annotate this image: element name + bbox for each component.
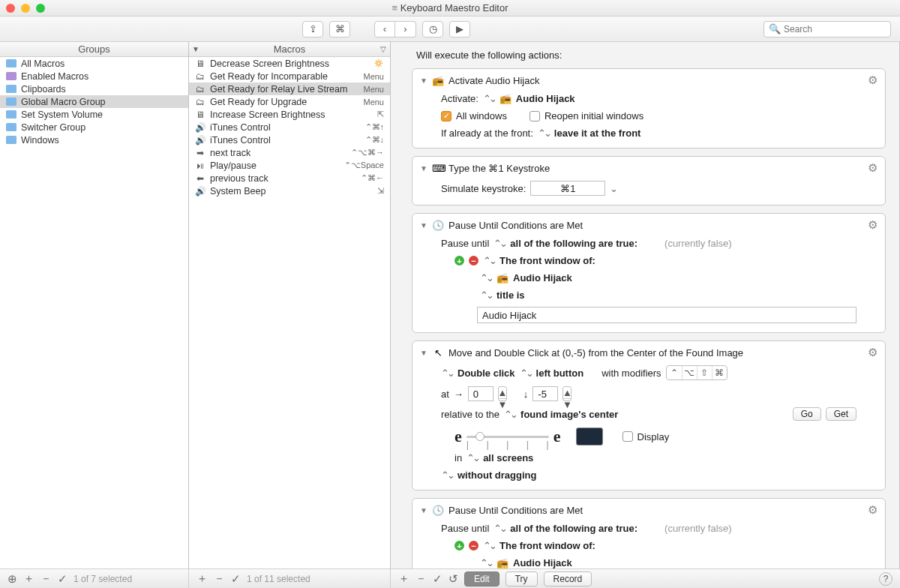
title-field[interactable]: Audio Hijack	[477, 307, 856, 323]
try-button[interactable]: Try	[506, 572, 538, 586]
share-button[interactable]: ⇪	[302, 21, 323, 38]
app-chooser[interactable]: ⌃⌄	[480, 557, 492, 568]
group-item[interactable]: Enabled Macros	[0, 70, 188, 82]
modifier-segment[interactable]: ⌃⌥⇧⌘	[666, 365, 728, 380]
button-chooser[interactable]: ⌃⌄	[520, 368, 532, 379]
pause-mode-chooser[interactable]: ⌃⌄	[494, 523, 506, 534]
search-icon: 🔍	[769, 23, 781, 34]
drag-chooser[interactable]: ⌃⌄	[441, 470, 453, 481]
add-action-button[interactable]: ＋	[398, 572, 410, 586]
at-label: at	[441, 388, 449, 400]
macro-item[interactable]: 🗂Get Ready for IncomparableMenu	[189, 70, 390, 82]
disclosure-icon[interactable]: ▼	[420, 221, 428, 230]
remove-condition-button[interactable]: −	[469, 256, 478, 266]
macro-item[interactable]: 🖥Increase Screen Brightness⇱	[189, 108, 390, 121]
remove-macro-button[interactable]: －	[214, 572, 225, 586]
group-item[interactable]: Set System Volume	[0, 108, 188, 121]
macro-item[interactable]: 🗂Get Ready for Relay Live StreamMenu	[189, 82, 390, 95]
front-value: leave it at the front	[554, 128, 641, 139]
history-button[interactable]: ↺	[448, 572, 458, 586]
condition-type-chooser[interactable]: ⌃⌄	[483, 540, 495, 551]
run-button[interactable]: ▶	[449, 21, 470, 38]
search-field[interactable]: 🔍	[764, 21, 891, 38]
disclosure-icon[interactable]: ▼	[420, 76, 428, 85]
click-type-chooser[interactable]: ⌃⌄	[441, 368, 453, 379]
gear-icon[interactable]: ⚙	[868, 161, 878, 175]
macro-item[interactable]: 🖥Decrease Screen Brightness🔅	[189, 57, 390, 70]
add-condition-button[interactable]: +	[454, 541, 464, 550]
group-item[interactable]: Switcher Group	[0, 121, 188, 134]
macro-item[interactable]: 🗂Get Ready for UpgradeMenu	[189, 95, 390, 108]
display-checkbox[interactable]	[622, 431, 633, 442]
image-well[interactable]	[576, 428, 603, 446]
get-button[interactable]: Get	[826, 407, 856, 421]
gear-icon[interactable]: ⚙	[868, 218, 878, 232]
add-macro-button[interactable]: ＋	[196, 572, 208, 586]
remove-condition-button[interactable]: −	[469, 541, 478, 550]
add-condition-button[interactable]: +	[454, 256, 464, 266]
x-stepper[interactable]: ▲▼	[498, 386, 507, 401]
macros-header[interactable]: ▼ Macros ▽	[189, 42, 390, 57]
screen-chooser[interactable]: ⌃⌄	[466, 452, 478, 464]
go-button[interactable]: Go	[793, 407, 821, 421]
remove-group-button[interactable]: －	[40, 572, 52, 586]
group-item[interactable]: Windows	[0, 134, 188, 146]
groups-view-button[interactable]: ⊕	[8, 572, 17, 586]
enable-group-button[interactable]: ✓	[58, 572, 68, 586]
recent-button[interactable]: ◷	[422, 21, 443, 38]
macro-item[interactable]: ⏯Play/pause⌃⌥Space	[189, 159, 390, 172]
macro-item[interactable]: 🔊System Beep⇲	[189, 184, 390, 197]
edit-button[interactable]: Edit	[464, 572, 500, 586]
search-input[interactable]	[784, 24, 886, 34]
x-field[interactable]: 0	[468, 386, 494, 401]
app-chooser[interactable]: ⌃⌄	[483, 93, 495, 104]
macro-item[interactable]: 🔊iTunes Control⌃⌘↑	[189, 121, 390, 134]
enable-action-button[interactable]: ✓	[433, 572, 442, 586]
reopen-windows-checkbox[interactable]	[530, 111, 540, 122]
match-chooser[interactable]: ⌃⌄	[480, 290, 492, 301]
app-chooser[interactable]: ⌃⌄	[480, 272, 492, 284]
macro-item[interactable]: ⬅previous track⌃⌘←	[189, 172, 390, 184]
back-button[interactable]: ‹	[374, 21, 395, 38]
help-button[interactable]: ?	[879, 572, 892, 586]
groups-pane: Groups All MacrosEnabled MacrosClipboard…	[0, 42, 189, 568]
gear-icon[interactable]: ⚙	[868, 74, 878, 87]
sort-desc-icon[interactable]: ▼	[189, 45, 202, 53]
pause-mode: all of the following are true:	[510, 523, 638, 534]
folder-icon	[6, 98, 16, 106]
keystroke-field[interactable]: ⌘1	[530, 181, 605, 196]
disclosure-icon[interactable]: ▼	[420, 164, 428, 172]
disclosure-icon[interactable]: ▼	[420, 349, 428, 357]
macro-icon: 🖥	[195, 110, 206, 120]
add-group-button[interactable]: ＋	[23, 572, 34, 586]
forward-button[interactable]: ›	[395, 21, 416, 38]
condition-type-chooser[interactable]: ⌃⌄	[483, 255, 495, 266]
gear-icon[interactable]: ⚙	[868, 503, 878, 517]
front-chooser[interactable]: ⌃⌄	[538, 128, 550, 139]
y-field[interactable]: -5	[532, 386, 558, 401]
all-windows-checkbox[interactable]: ✓	[441, 111, 452, 122]
macro-item[interactable]: ➡next track⌃⌥⌘→	[189, 146, 390, 159]
group-item[interactable]: Clipboards	[0, 82, 188, 95]
command-button[interactable]: ⌘	[329, 21, 350, 38]
enable-macro-button[interactable]: ✓	[231, 572, 241, 586]
y-stepper[interactable]: ▲▼	[562, 386, 572, 401]
group-item[interactable]: Global Macro Group	[0, 95, 188, 108]
keystroke-chevron[interactable]: ⌄	[610, 183, 616, 194]
macro-item[interactable]: 🔊iTunes Control⌃⌘↓	[189, 134, 390, 146]
disclosure-icon[interactable]: ▼	[420, 506, 428, 514]
filter-icon[interactable]: ▽	[376, 45, 390, 53]
fuzziness-slider[interactable]: |||||	[466, 430, 549, 443]
group-item[interactable]: All Macros	[0, 57, 188, 70]
groups-header[interactable]: Groups	[0, 42, 188, 57]
macro-icon: ⏯	[195, 160, 206, 171]
relative-chooser[interactable]: ⌃⌄	[504, 409, 516, 420]
gear-icon[interactable]: ⚙	[868, 346, 878, 359]
pause-mode-chooser[interactable]: ⌃⌄	[494, 238, 506, 249]
folder-icon	[6, 85, 16, 93]
record-button[interactable]: Record	[544, 572, 592, 586]
condition-type: The front window of:	[500, 540, 596, 551]
action-title: Activate Audio Hijack	[448, 75, 863, 86]
remove-action-button[interactable]: －	[416, 572, 427, 586]
macro-icon: 🔊	[195, 122, 206, 133]
